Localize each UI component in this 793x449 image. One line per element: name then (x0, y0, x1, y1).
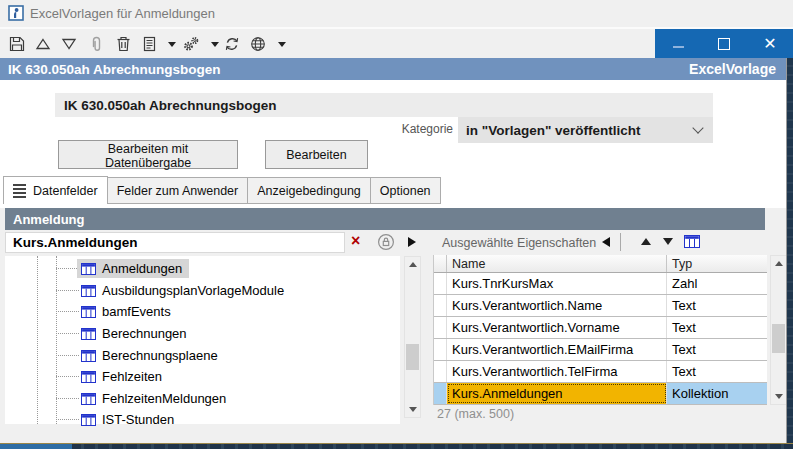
save-icon[interactable] (6, 34, 28, 54)
section-header-anmeldung: Anmeldung (5, 208, 765, 230)
tree-item-fehlzeitenmeldungen[interactable]: FehlzeitenMeldungen (5, 388, 400, 409)
tab-label: Optionen (380, 184, 431, 198)
tab-felder-zum-anwender[interactable]: Felder zum Anwender (108, 177, 249, 204)
tab-anzeigebedingung[interactable]: Anzeigebedingung (248, 177, 371, 204)
table-row[interactable]: Kurs.Verantwortlich.TelFirma Text (434, 361, 767, 383)
tree-item-bamfevents[interactable]: bamfEvents (5, 301, 400, 322)
table-header-row: Name Typ (434, 255, 767, 273)
table-icon (81, 414, 96, 426)
move-up-icon[interactable] (32, 34, 54, 54)
tree-scrollbar[interactable] (404, 256, 421, 418)
scrollbar-thumb[interactable] (772, 324, 785, 353)
close-button[interactable]: ✕ (747, 29, 793, 58)
table-row[interactable]: Kurs.TnrKursMax Zahl (434, 273, 767, 295)
list-icon (13, 184, 26, 198)
cell-typ: Text (667, 339, 767, 360)
tree-item-label: Berechnungen (102, 326, 187, 341)
table-icon (81, 263, 96, 275)
divider (620, 233, 621, 251)
datafield-value: Kurs.Anmeldungen (13, 235, 138, 250)
lock-icon[interactable] (377, 233, 395, 255)
row-indicator-header (434, 255, 447, 272)
table-row[interactable]: Kurs.Verantwortlich.Name Text (434, 295, 767, 317)
minimize-button[interactable] (655, 29, 701, 58)
background-window-edge (0, 443, 793, 449)
scrollbar-thumb[interactable] (406, 344, 419, 370)
tree-item-label: Anmeldungen (102, 261, 182, 276)
table-row[interactable]: Kurs.Verantwortlich.EMailFirma Text (434, 339, 767, 361)
move-property-up-icon[interactable] (641, 238, 651, 245)
tree-item-fehlzeiten[interactable]: Fehlzeiten (5, 366, 400, 387)
kategorie-value: in "Vorlagen" veröffentlicht (466, 123, 641, 138)
close-icon: ✕ (763, 36, 776, 52)
cell-name: Kurs.TnrKursMax (447, 273, 667, 294)
table-icon (81, 393, 96, 405)
kategorie-select[interactable]: in "Vorlagen" veröffentlicht (458, 117, 713, 143)
template-name-value: IK 630.050ah Abrechnungsbogen (64, 98, 277, 113)
tree-item-ist-stunden[interactable]: IST-Stunden (5, 409, 400, 430)
refresh-icon[interactable] (221, 34, 243, 54)
cell-name: Kurs.Verantwortlich.Name (447, 295, 667, 316)
clear-icon[interactable]: × (351, 232, 360, 250)
collapse-left-icon[interactable] (602, 237, 610, 247)
scroll-up-icon[interactable] (405, 257, 420, 272)
datafield-input[interactable]: Kurs.Anmeldungen (5, 232, 345, 253)
background-window-edge (0, 444, 72, 449)
bearbeiten-button[interactable]: Bearbeiten (265, 140, 368, 169)
table-scrollbar[interactable] (770, 255, 787, 405)
table-row[interactable]: Kurs.Verantwortlich.Vorname Text (434, 317, 767, 339)
tree-item-label: bamfEvents (102, 304, 171, 319)
cell-typ: Text (667, 361, 767, 382)
toolbar (0, 29, 655, 58)
tree-item-label: FehlzeitenMeldungen (102, 391, 226, 406)
template-name-field[interactable]: IK 630.050ah Abrechnungsbogen (55, 93, 713, 117)
cell-name: Kurs.Verantwortlich.EMailFirma (447, 339, 667, 360)
section-title: Anmeldung (13, 212, 85, 227)
tab-datenfelder[interactable]: Datenfelder (3, 176, 108, 204)
tree-item-berechnungsplaene[interactable]: Berechnungsplaene (5, 345, 400, 366)
maximize-icon (718, 38, 730, 50)
word-export-icon[interactable] (138, 34, 160, 54)
tree-item-label: Fehlzeiten (102, 369, 162, 384)
cell-name: Kurs.Verantwortlich.TelFirma (447, 361, 667, 382)
chevron-down-icon (692, 122, 703, 133)
tree-item-ausbildungsplanvorlagemodule[interactable]: AusbildungsplanVorlageModule (5, 280, 400, 301)
kategorie-label: Kategorie (393, 122, 453, 136)
window-controls: ✕ (655, 29, 793, 58)
delete-icon[interactable] (112, 34, 134, 54)
web-publish-caret-icon[interactable] (271, 34, 293, 54)
tree-item-berechnungen[interactable]: Berechnungen (5, 323, 400, 344)
tab-label: Felder zum Anwender (117, 184, 239, 198)
properties-table: Name Typ Kurs.TnrKursMax Zahl Kurs.Veran… (433, 255, 767, 405)
web-publish-icon[interactable] (247, 34, 269, 54)
table-icon (81, 350, 96, 362)
tab-optionen[interactable]: Optionen (371, 177, 441, 204)
scroll-down-icon[interactable] (405, 402, 420, 417)
app-window: ExcelVorlagen für Anmeldungen (0, 0, 793, 449)
settings-icon[interactable] (180, 34, 202, 54)
cell-typ: Zahl (667, 273, 767, 294)
column-header-name[interactable]: Name (447, 255, 667, 272)
document-type-badge: ExcelVorlage (689, 61, 776, 77)
table-icon (81, 285, 96, 297)
scroll-down-icon[interactable] (771, 389, 786, 404)
scroll-up-icon[interactable] (771, 256, 786, 271)
table-row-selected[interactable]: Kurs.Anmeldungen Kollektion (434, 383, 767, 405)
table-view-icon[interactable] (684, 234, 700, 252)
cell-typ: Text (667, 295, 767, 316)
expand-right-icon[interactable] (408, 237, 416, 247)
move-down-icon[interactable] (58, 34, 80, 54)
move-property-down-icon[interactable] (663, 238, 673, 245)
attachment-icon[interactable] (86, 34, 108, 54)
minimize-icon (673, 46, 684, 48)
tree-item-anmeldungen[interactable]: Anmeldungen (5, 258, 400, 279)
tab-label: Anzeigebedingung (257, 184, 361, 198)
document-header: IK 630.050ah Abrechnungsbogen ExcelVorla… (0, 58, 786, 80)
tab-label: Datenfelder (33, 184, 98, 198)
tree-item-label: AusbildungsplanVorlageModule (102, 283, 284, 298)
bearbeiten-mit-datenuebergabe-button[interactable]: Bearbeiten mit Datenübergabe (58, 140, 238, 169)
column-header-typ[interactable]: Typ (667, 255, 767, 272)
selected-properties-label: Ausgewählte Eigenschaften (442, 236, 596, 250)
maximize-button[interactable] (701, 29, 747, 58)
datafield-tree: Anmeldungen AusbildungsplanVorlageModule… (5, 256, 400, 424)
